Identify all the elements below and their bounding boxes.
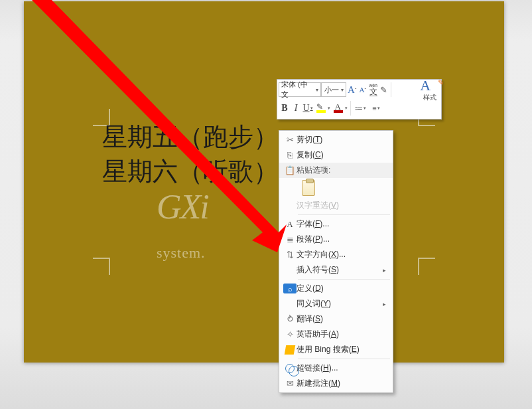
separator <box>298 359 390 359</box>
text-direction-icon: ⇅ <box>283 249 297 261</box>
slide[interactable]: GXi system. 星期五（跑步） 星期六（听歌） <box>24 1 504 363</box>
font-name-combo[interactable]: 宋体 (中文▾ <box>279 82 321 97</box>
format-painter-icon: ✎ <box>380 85 387 95</box>
chevron-down-icon: ▾ <box>328 106 330 111</box>
font-icon: A <box>283 218 297 230</box>
chevron-down-icon: ▾ <box>341 87 344 93</box>
paste-keep-source-button[interactable] <box>302 180 315 196</box>
menu-font[interactable]: A 字体(F)... <box>279 216 393 232</box>
paragraph-icon: ≣ <box>283 234 297 246</box>
bullets-button[interactable]: ≔▾ <box>352 100 368 117</box>
separator <box>350 101 351 116</box>
crop-mark-bl <box>93 258 110 275</box>
chevron-right-icon: ▸ <box>379 267 386 274</box>
separator <box>298 214 390 215</box>
chevron-down-icon: ▾ <box>316 87 318 93</box>
highlight-button[interactable]: ✎ ▾ <box>314 100 332 117</box>
menu-english-assistant[interactable]: ✧ 英语助手(A) <box>279 327 393 342</box>
chevron-down-icon: ▾ <box>377 106 380 111</box>
slide-line-1: 星期五（跑步） <box>102 120 279 154</box>
menu-cut[interactable]: ✂ 剪切(T) <box>279 132 393 147</box>
menu-new-comment[interactable]: ✉ 新建批注(M) <box>279 376 393 391</box>
menu-bing-search[interactable]: 使用 Bing 搜索(E) <box>279 342 393 357</box>
context-menu: ✂ 剪切(T) ⎘ 复制(C) 📋 粘贴选项: 汉字重选(V) A 字体(F).… <box>279 130 393 393</box>
translate-icon: ⥁ <box>283 313 297 325</box>
font-name-value: 宋体 (中文 <box>281 80 314 100</box>
bing-icon <box>283 344 297 356</box>
menu-paste-options-header: 📋 粘贴选项: <box>279 163 393 178</box>
underline-button[interactable]: U▾ <box>301 100 314 117</box>
comment-icon: ✉ <box>283 378 297 390</box>
assistant-icon: ✧ <box>283 329 297 341</box>
menu-synonym[interactable]: 同义词(Y) ▸ <box>279 296 393 311</box>
clipboard-icon: 📋 <box>283 165 297 177</box>
shrink-font-button[interactable]: Aˇ <box>358 81 368 98</box>
chevron-right-icon: ▸ <box>379 301 386 307</box>
crop-mark-br <box>418 258 435 275</box>
menu-translate[interactable]: ⥁ 翻译(S) <box>279 311 393 327</box>
font-color-button[interactable]: A ▾ <box>332 100 349 117</box>
menu-insert-symbol[interactable]: 插入符号(S) ▸ <box>279 262 393 278</box>
separator <box>298 279 390 280</box>
app-canvas: GXi system. 星期五（跑步） 星期六（听歌） 宋体 (中文▾ 小一▾ … <box>0 0 532 409</box>
watermark-sub: system. <box>157 244 206 261</box>
menu-define[interactable]: ⌕ 定义(D) <box>279 281 393 296</box>
font-size-value: 小一 <box>324 85 339 95</box>
separator <box>391 82 391 97</box>
paste-option-row <box>279 178 393 198</box>
menu-text-direction[interactable]: ⇅ 文字方向(X)... <box>279 247 393 262</box>
phonetic-guide-button[interactable]: wén 文 <box>367 81 379 98</box>
watermark: GXi system. <box>157 187 208 266</box>
hyperlink-icon <box>283 363 297 374</box>
slide-line-2: 星期六（听歌） <box>102 154 279 189</box>
pen-icon: ✎ <box>438 78 444 86</box>
grow-font-button[interactable]: Aˆ <box>346 81 358 98</box>
numbering-button[interactable]: ≡▾ <box>368 100 384 117</box>
font-color-icon: A <box>334 104 344 113</box>
numbering-icon: ≡ <box>372 104 376 112</box>
chevron-down-icon: ▾ <box>364 106 366 111</box>
styles-button[interactable]: A ✎ 样式 <box>420 78 440 101</box>
font-size-combo[interactable]: 小一▾ <box>321 82 346 97</box>
chevron-down-icon: ▾ <box>345 106 348 111</box>
search-icon: ⌕ <box>283 284 297 293</box>
slide-text-block[interactable]: 星期五（跑步） 星期六（听歌） <box>102 120 279 189</box>
italic-button[interactable]: I <box>291 100 301 117</box>
highlight-icon: ✎ <box>316 104 327 113</box>
watermark-brand: GXi <box>157 188 208 226</box>
phonetic-guide-icon: wén 文 <box>369 83 377 96</box>
bold-button[interactable]: B <box>279 100 291 117</box>
format-painter-button[interactable]: ✎ <box>379 81 389 98</box>
menu-hyperlink[interactable]: 超链接(H)... <box>279 361 393 376</box>
mini-toolbar: 宋体 (中文▾ 小一▾ Aˆ Aˇ wén 文 ✎ A ✎ <box>277 79 442 120</box>
bullets-icon: ≔ <box>355 104 363 113</box>
menu-hanzi-reselect: 汉字重选(V) <box>279 198 393 213</box>
scissors-icon: ✂ <box>283 134 297 146</box>
chevron-down-icon: ▾ <box>310 106 313 111</box>
menu-copy[interactable]: ⎘ 复制(C) <box>279 147 393 163</box>
copy-icon: ⎘ <box>283 149 297 161</box>
menu-paragraph[interactable]: ≣ 段落(P)... <box>279 232 393 247</box>
